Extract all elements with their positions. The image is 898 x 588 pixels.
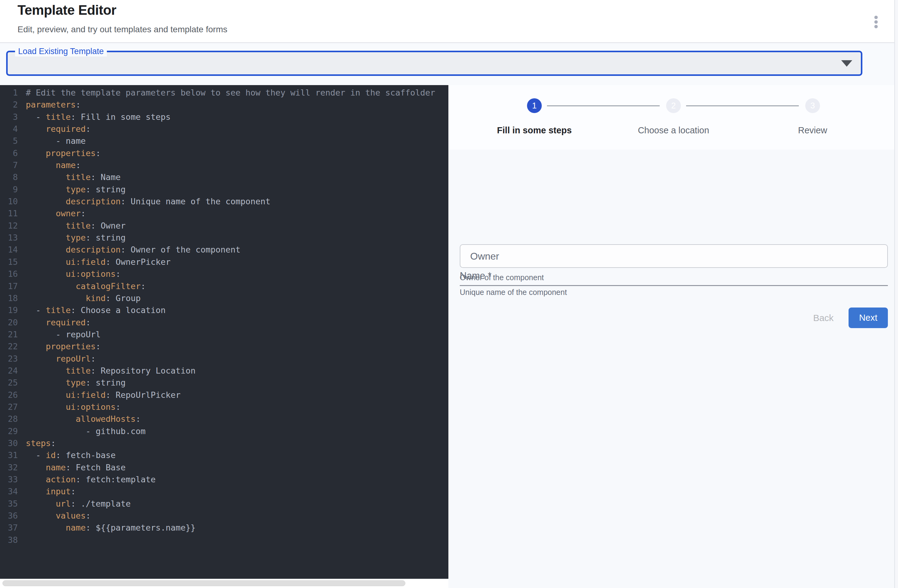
code-text: required: <box>26 123 91 135</box>
code-text: url: ./template <box>26 498 131 509</box>
code-line: 24 title: Repository Location <box>0 365 448 377</box>
code-text: name: Fetch Base <box>26 462 126 473</box>
code-line: 8 title: Name <box>0 171 448 183</box>
code-text: ui:field: OwnerPicker <box>26 256 171 268</box>
code-line: 37 name: ${{parameters.name}} <box>0 522 448 534</box>
code-line: 21 - repoUrl <box>0 328 448 340</box>
code-line: 27 ui:options: <box>0 401 448 413</box>
h-scrollbar-thumb[interactable] <box>3 580 405 586</box>
line-number: 17 <box>0 280 18 292</box>
code-text: - title: Choose a location <box>26 304 166 316</box>
line-number: 9 <box>0 183 18 195</box>
line-number: 38 <box>0 534 18 546</box>
code-text: required: <box>26 316 91 328</box>
line-number: 30 <box>0 437 18 449</box>
step-review: 3 Review <box>757 85 868 135</box>
step-label: Choose a location <box>618 125 729 135</box>
code-line: 22 properties: <box>0 340 448 352</box>
more-options-button[interactable] <box>867 11 884 32</box>
step-choose-a-location: 2 Choose a location <box>618 85 729 135</box>
code-line: 20 required: <box>0 316 448 328</box>
owner-input-label: Owner <box>470 250 499 262</box>
stepper-section: 1 Fill in some steps 2 Choose a location… <box>448 85 894 149</box>
line-number: 35 <box>0 498 18 509</box>
line-number: 1 <box>0 87 18 99</box>
code-text: values: <box>26 509 91 522</box>
line-number: 19 <box>0 304 18 316</box>
line-number: 4 <box>0 123 18 135</box>
line-number: 22 <box>0 340 18 352</box>
load-template-row: Load Existing Template <box>0 43 894 85</box>
line-number: 15 <box>0 256 18 268</box>
code-text: allowedHosts: <box>26 413 141 425</box>
code-line: 28 allowedHosts: <box>0 413 448 425</box>
line-number: 7 <box>0 159 18 171</box>
line-number: 32 <box>0 462 18 473</box>
code-text: title: Name <box>26 171 121 183</box>
code-line: 25 type: string <box>0 377 448 389</box>
editor-horizontal-scrollbar <box>0 579 448 588</box>
line-number: 2 <box>0 99 18 111</box>
line-number: 37 <box>0 522 18 534</box>
step-fill-in-some-steps: 1 Fill in some steps <box>479 85 590 135</box>
code-text: steps: <box>26 437 56 449</box>
line-number: 6 <box>0 147 18 159</box>
code-text: - repoUrl <box>26 328 101 340</box>
load-template-select[interactable]: Load Existing Template <box>6 51 863 76</box>
code-text: properties: <box>26 147 101 159</box>
step-number: 3 <box>810 101 815 110</box>
code-line: 5 - name <box>0 135 448 147</box>
line-number: 25 <box>0 377 18 389</box>
code-text: type: string <box>26 183 126 195</box>
yaml-editor[interactable]: 1# Edit the template parameters below to… <box>0 85 448 579</box>
step-number: 2 <box>671 101 676 110</box>
line-number: 16 <box>0 268 18 280</box>
chevron-down-icon <box>841 60 852 67</box>
code-text: owner: <box>26 207 86 219</box>
code-line: 34 input: <box>0 485 448 497</box>
code-line: 3 - title: Fill in some steps <box>0 111 448 123</box>
code-line: 18 kind: Group <box>0 292 448 304</box>
code-line: 1# Edit the template parameters below to… <box>0 87 448 99</box>
owner-helper-text: Owner of the component <box>460 273 544 282</box>
code-line: 16 ui:options: <box>0 268 448 280</box>
line-number: 36 <box>0 509 18 522</box>
code-line: 6 properties: <box>0 147 448 159</box>
line-number: 8 <box>0 171 18 183</box>
step-number-badge: 1 <box>527 98 542 113</box>
code-text: catalogFilter: <box>26 280 146 292</box>
next-button[interactable]: Next <box>849 308 888 328</box>
code-line: 19 - title: Choose a location <box>0 304 448 316</box>
template-editor-page: Template Editor Edit, preview, and try o… <box>0 0 898 588</box>
code-line: 13 type: string <box>0 232 448 244</box>
code-line: 36 values: <box>0 509 448 522</box>
line-number: 27 <box>0 401 18 413</box>
stepper: 1 Fill in some steps 2 Choose a location… <box>448 85 894 149</box>
line-number: 21 <box>0 328 18 340</box>
code-text: - github.com <box>26 425 146 437</box>
step-label: Fill in some steps <box>479 125 590 135</box>
line-number: 14 <box>0 244 18 256</box>
code-text: parameters: <box>26 99 81 111</box>
back-button[interactable]: Back <box>800 308 846 328</box>
code-text: type: string <box>26 232 126 244</box>
owner-input[interactable]: Owner <box>460 244 888 268</box>
code-text: - title: Fill in some steps <box>26 111 171 123</box>
code-line: 7 name: <box>0 159 448 171</box>
code-line: 15 ui:field: OwnerPicker <box>0 256 448 268</box>
code-line: 4 required: <box>0 123 448 135</box>
line-number: 23 <box>0 352 18 365</box>
name-helper-text: Unique name of the component <box>460 288 567 297</box>
code-text: input: <box>26 485 76 497</box>
line-number: 29 <box>0 425 18 437</box>
line-number: 11 <box>0 207 18 219</box>
code-text: - name <box>26 135 86 147</box>
line-number: 13 <box>0 232 18 244</box>
code-text: - id: fetch-base <box>26 449 116 461</box>
step-label: Review <box>757 125 868 135</box>
code-line: 12 title: Owner <box>0 220 448 232</box>
page-scrollbar-track[interactable] <box>895 0 898 588</box>
line-number: 20 <box>0 316 18 328</box>
code-line: 32 name: Fetch Base <box>0 462 448 473</box>
line-number: 3 <box>0 111 18 123</box>
